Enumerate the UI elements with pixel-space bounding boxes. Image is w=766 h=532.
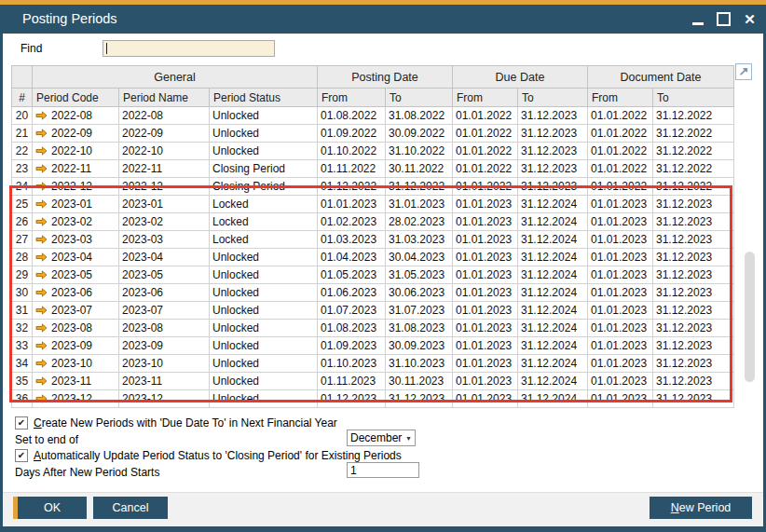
date-cell[interactable]: 31.12.2023 <box>518 107 588 125</box>
days-after-input[interactable] <box>347 462 419 478</box>
date-cell[interactable]: 01.01.2023 <box>453 390 518 408</box>
date-cell[interactable]: 01.10.2023 <box>318 355 386 373</box>
row-number-cell[interactable]: 23 <box>12 160 33 178</box>
col-header-doc-from[interactable]: From <box>588 89 653 107</box>
row-number-cell[interactable]: 24 <box>12 178 33 196</box>
date-cell[interactable]: 31.12.2023 <box>653 284 734 302</box>
link-arrow-icon[interactable] <box>35 306 48 315</box>
date-cell[interactable]: 31.12.2024 <box>518 231 588 249</box>
date-cell[interactable]: 01.03.2023 <box>318 231 386 249</box>
link-arrow-icon[interactable] <box>35 341 48 350</box>
col-header-period-code[interactable]: Period Code <box>33 89 119 107</box>
date-cell[interactable]: 31.12.2024 <box>518 373 588 390</box>
date-cell[interactable]: 01.05.2023 <box>318 266 386 284</box>
date-cell[interactable]: 31.12.2022 <box>386 178 453 196</box>
period-name-cell[interactable]: 2023-06 <box>119 284 210 302</box>
date-cell[interactable]: 01.01.2023 <box>453 213 518 231</box>
link-arrow-icon[interactable] <box>35 146 48 156</box>
date-cell[interactable]: 31.12.2023 <box>386 390 453 408</box>
date-cell[interactable]: 01.01.2022 <box>588 125 653 143</box>
date-cell[interactable]: 01.09.2022 <box>318 125 386 143</box>
period-name-cell[interactable]: 2023-05 <box>119 266 210 284</box>
row-number-cell[interactable]: 25 <box>12 196 33 213</box>
period-code-cell[interactable]: 2023-03 <box>33 231 119 249</box>
period-status-cell[interactable]: Unlocked <box>210 373 318 390</box>
date-cell[interactable]: 31.12.2023 <box>518 143 588 160</box>
date-cell[interactable]: 31.12.2024 <box>518 266 588 284</box>
period-status-cell[interactable]: Unlocked <box>210 337 318 355</box>
col-header-posting-from[interactable]: From <box>318 89 386 107</box>
col-header-num[interactable]: # <box>12 89 33 107</box>
row-number-cell[interactable]: 36 <box>12 390 33 408</box>
period-code-cell[interactable]: 2022-08 <box>33 107 119 125</box>
col-header-doc-to[interactable]: To <box>653 89 734 107</box>
period-code-cell[interactable]: 2023-10 <box>33 355 119 373</box>
row-number-cell[interactable]: 26 <box>12 213 33 231</box>
period-code-cell[interactable]: 2023-12 <box>33 390 119 408</box>
date-cell[interactable]: 01.01.2023 <box>588 355 653 373</box>
date-cell[interactable]: 01.01.2022 <box>588 160 653 178</box>
period-status-cell[interactable]: Unlocked <box>210 302 318 320</box>
col-header-posting-to[interactable]: To <box>386 89 453 107</box>
date-cell[interactable]: 31.12.2023 <box>653 196 734 213</box>
minimize-icon[interactable] <box>691 12 704 26</box>
date-cell[interactable]: 01.01.2023 <box>453 266 518 284</box>
date-cell[interactable]: 01.01.2022 <box>453 178 518 196</box>
row-number-cell[interactable]: 33 <box>12 337 33 355</box>
period-code-cell[interactable]: 2023-02 <box>33 213 119 231</box>
date-cell[interactable]: 01.11.2022 <box>318 160 386 178</box>
date-cell[interactable]: 30.11.2022 <box>386 160 453 178</box>
period-status-cell[interactable]: Unlocked <box>210 266 318 284</box>
date-cell[interactable]: 31.10.2023 <box>386 355 453 373</box>
date-cell[interactable]: 31.12.2022 <box>653 125 734 143</box>
period-code-cell[interactable]: 2023-06 <box>33 284 119 302</box>
date-cell[interactable]: 30.06.2023 <box>386 284 453 302</box>
date-cell[interactable]: 30.09.2023 <box>386 337 453 355</box>
date-cell[interactable]: 31.01.2023 <box>386 196 453 213</box>
date-cell[interactable]: 31.03.2023 <box>386 231 453 249</box>
date-cell[interactable]: 01.01.2023 <box>318 196 386 213</box>
date-cell[interactable]: 01.08.2023 <box>318 320 386 337</box>
create-new-periods-checkbox[interactable]: ✔ <box>15 416 28 430</box>
date-cell[interactable]: 01.12.2023 <box>318 390 386 408</box>
date-cell[interactable]: 01.01.2023 <box>588 196 653 213</box>
date-cell[interactable]: 01.09.2023 <box>318 337 386 355</box>
row-number-cell[interactable]: 21 <box>12 125 33 143</box>
row-number-cell[interactable]: 35 <box>12 373 33 390</box>
date-cell[interactable]: 31.12.2024 <box>518 320 588 337</box>
vertical-scrollbar-thumb[interactable] <box>745 252 755 382</box>
date-cell[interactable]: 31.12.2024 <box>518 249 588 266</box>
period-code-cell[interactable]: 2023-07 <box>33 302 119 320</box>
expand-grid-icon[interactable]: ↗ <box>735 63 752 80</box>
date-cell[interactable]: 01.01.2023 <box>588 390 653 408</box>
date-cell[interactable]: 01.01.2023 <box>588 337 653 355</box>
period-status-cell[interactable]: Locked <box>210 231 318 249</box>
date-cell[interactable]: 31.08.2022 <box>386 107 453 125</box>
date-cell[interactable]: 01.01.2023 <box>453 196 518 213</box>
link-arrow-icon[interactable] <box>35 164 48 173</box>
date-cell[interactable]: 30.04.2023 <box>386 249 453 266</box>
group-header-document-date[interactable]: Document Date <box>588 66 734 89</box>
period-name-cell[interactable]: 2023-12 <box>119 390 210 408</box>
period-status-cell[interactable]: Unlocked <box>210 107 318 125</box>
period-code-cell[interactable]: 2023-09 <box>33 337 119 355</box>
period-name-cell[interactable]: 2023-11 <box>119 373 210 390</box>
link-arrow-icon[interactable] <box>35 235 48 244</box>
link-arrow-icon[interactable] <box>35 111 48 120</box>
period-status-cell[interactable]: Locked <box>210 213 318 231</box>
cancel-button[interactable]: Cancel <box>93 497 168 519</box>
date-cell[interactable]: 31.07.2023 <box>386 302 453 320</box>
date-cell[interactable]: 01.01.2022 <box>453 160 518 178</box>
maximize-icon[interactable] <box>717 12 731 26</box>
period-code-cell[interactable]: 2022-11 <box>33 160 119 178</box>
row-number-cell[interactable]: 29 <box>12 266 33 284</box>
date-cell[interactable]: 31.12.2023 <box>653 373 734 390</box>
date-cell[interactable]: 31.10.2022 <box>386 143 453 160</box>
date-cell[interactable]: 01.12.2022 <box>318 178 386 196</box>
row-number-cell[interactable]: 34 <box>12 355 33 373</box>
date-cell[interactable]: 31.12.2022 <box>653 143 734 160</box>
row-number-cell[interactable]: 31 <box>12 302 33 320</box>
date-cell[interactable]: 01.11.2023 <box>318 373 386 390</box>
link-arrow-icon[interactable] <box>35 323 48 333</box>
row-number-cell[interactable]: 32 <box>12 320 33 337</box>
